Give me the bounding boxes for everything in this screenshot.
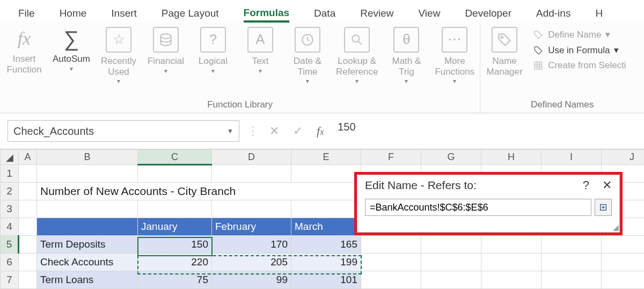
- more-functions-button[interactable]: ⋯ More Functions ▾: [435, 27, 474, 85]
- col-header[interactable]: B: [37, 150, 138, 165]
- lookup-reference-button[interactable]: Lookup & Reference ▾: [336, 27, 378, 85]
- cancel-button[interactable]: ✕: [266, 123, 282, 139]
- lookup-reference-label: Lookup & Reference: [336, 56, 378, 77]
- name-manager-label: Name Manager: [487, 56, 523, 77]
- cell[interactable]: Term Loans: [37, 271, 138, 289]
- col-header[interactable]: F: [361, 150, 421, 165]
- tag-icon: [492, 27, 517, 53]
- col-header[interactable]: E: [291, 150, 361, 165]
- col-header[interactable]: H: [481, 150, 541, 165]
- cell[interactable]: 220: [138, 254, 212, 271]
- close-icon[interactable]: ✕: [602, 178, 612, 192]
- chevron-down-icon: ▾: [70, 66, 73, 73]
- tab-addins[interactable]: Add-ins: [536, 8, 570, 23]
- tab-help-partial[interactable]: H: [595, 8, 603, 23]
- recently-used-button[interactable]: ☆ Recently Used ▾: [100, 27, 137, 85]
- tag-small-icon: [533, 30, 544, 40]
- date-time-button[interactable]: Date & Time ▾: [289, 27, 326, 85]
- divider: ⋮: [247, 124, 259, 138]
- chevron-down-icon: ▾: [306, 78, 309, 85]
- text-button[interactable]: A Text ▾: [241, 27, 279, 75]
- col-header[interactable]: I: [541, 150, 602, 165]
- chevron-down-icon: ▾: [355, 78, 358, 85]
- row-header[interactable]: 3: [1, 200, 19, 218]
- tab-data[interactable]: Data: [314, 8, 335, 23]
- tab-insert[interactable]: Insert: [111, 8, 137, 23]
- svg-point-2: [353, 35, 360, 42]
- financial-button[interactable]: Financial ▾: [147, 27, 185, 75]
- svg-point-0: [160, 34, 171, 39]
- cell[interactable]: Check Accounts: [37, 254, 138, 271]
- logical-label: Logical: [199, 56, 228, 67]
- name-manager-button[interactable]: Name Manager: [486, 27, 523, 77]
- svg-point-3: [501, 37, 503, 39]
- create-from-selection-button[interactable]: Create from Selecti: [533, 60, 626, 71]
- cell[interactable]: 75: [138, 271, 212, 289]
- refers-to-input[interactable]: [365, 199, 591, 216]
- use-in-formula-button[interactable]: Use in Formula ▾: [533, 45, 626, 56]
- fx-icon[interactable]: fx: [313, 124, 327, 138]
- cell[interactable]: 150: [138, 236, 212, 254]
- col-header[interactable]: G: [421, 150, 481, 165]
- enter-button[interactable]: ✓: [290, 123, 306, 139]
- theta-icon: θ: [393, 27, 419, 53]
- name-box[interactable]: Check_Accounts ▼: [8, 120, 239, 142]
- chevron-down-icon: ▾: [605, 29, 610, 40]
- use-in-formula-label: Use in Formula: [548, 45, 610, 56]
- resize-grip-icon[interactable]: ◢: [610, 223, 619, 232]
- help-button[interactable]: ?: [583, 178, 589, 192]
- cell[interactable]: 205: [212, 254, 291, 271]
- row-header[interactable]: 7: [1, 271, 19, 289]
- fx-icon: fx: [18, 27, 31, 50]
- row-header[interactable]: 1: [1, 165, 19, 183]
- formula-input[interactable]: 150: [334, 121, 640, 141]
- group-label-defined-names: Defined Names: [486, 98, 639, 112]
- tab-view[interactable]: View: [419, 8, 441, 23]
- col-header[interactable]: C: [138, 150, 212, 165]
- tab-file[interactable]: File: [18, 8, 35, 23]
- insert-function-button[interactable]: fx Insert Function: [5, 27, 43, 75]
- sigma-icon: ∑: [64, 27, 79, 50]
- table-row: 6 Check Accounts 220 205 199: [1, 254, 645, 271]
- cell[interactable]: 165: [291, 236, 361, 254]
- ribbon-group-defined-names: Name Manager Define Name ▾ Use in Formul…: [480, 23, 644, 113]
- grid-small-icon: [533, 61, 544, 70]
- tab-formulas[interactable]: Formulas: [244, 7, 290, 23]
- row-header[interactable]: 6: [1, 254, 19, 271]
- math-trig-button[interactable]: θ Math & Trig ▾: [387, 27, 425, 85]
- tab-review[interactable]: Review: [360, 8, 393, 23]
- more-functions-label: More Functions: [435, 56, 474, 77]
- col-header[interactable]: J: [602, 150, 645, 165]
- col-header[interactable]: D: [212, 150, 291, 165]
- logical-button[interactable]: ? Logical ▾: [194, 27, 232, 75]
- fx-small-icon: [533, 46, 544, 55]
- table-row: 7 Term Loans 75 99 101: [1, 271, 645, 289]
- cell[interactable]: 199: [291, 254, 361, 271]
- chevron-down-icon[interactable]: ▼: [227, 127, 233, 135]
- chevron-down-icon: ▾: [117, 78, 120, 85]
- cell[interactable]: 170: [212, 236, 291, 254]
- autosum-button[interactable]: ∑ AutoSum ▾: [53, 27, 90, 73]
- spreadsheet[interactable]: ◢ A B C D E F G H I J 1 2 Number of New …: [0, 149, 644, 289]
- chevron-down-icon: ▾: [259, 68, 262, 75]
- cell[interactable]: 99: [212, 271, 291, 289]
- row-header[interactable]: 4: [1, 218, 19, 236]
- select-all-corner[interactable]: ◢: [1, 150, 19, 165]
- col-header[interactable]: A: [19, 150, 37, 165]
- collapse-dialog-button[interactable]: [595, 199, 612, 216]
- name-box-value: Check_Accounts: [13, 125, 94, 138]
- define-name-label: Define Name: [548, 30, 601, 40]
- chevron-down-icon: ▾: [211, 68, 215, 75]
- group-label-function-library: Function Library: [5, 98, 474, 112]
- define-name-button[interactable]: Define Name ▾: [533, 29, 626, 40]
- table-header-cell: [37, 218, 138, 236]
- chevron-down-icon: ▾: [405, 78, 408, 85]
- tab-developer[interactable]: Developer: [465, 8, 511, 23]
- edit-name-dialog[interactable]: Edit Name - Refers to: ? ✕ ◢: [354, 172, 623, 235]
- cell[interactable]: 101: [291, 271, 361, 289]
- row-header[interactable]: 2: [1, 183, 19, 200]
- tab-home[interactable]: Home: [60, 8, 87, 23]
- tab-page-layout[interactable]: Page Layout: [162, 8, 219, 23]
- cell[interactable]: Term Deposits: [37, 236, 138, 254]
- row-header[interactable]: 5: [1, 236, 19, 254]
